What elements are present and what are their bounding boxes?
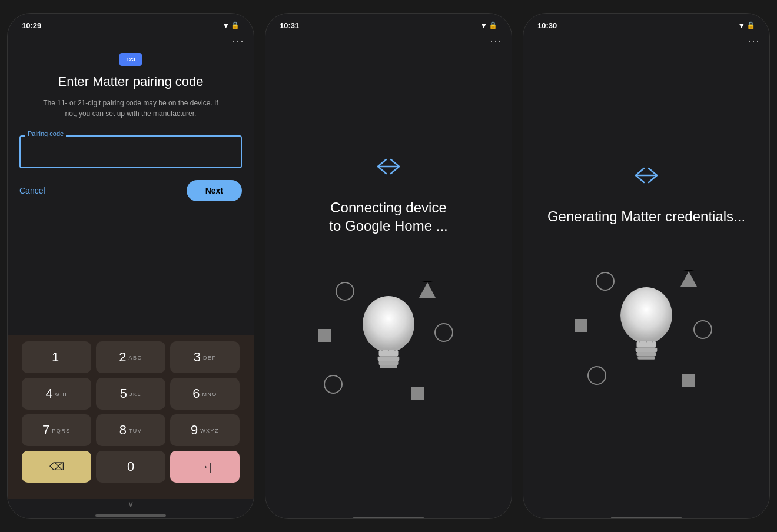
status-icons-1: ▾ 🔒 [224, 21, 240, 30]
status-time-2: 10:31 [280, 21, 299, 30]
key-9[interactable]: 9 WXYZ [170, 414, 240, 446]
shape-square-b [411, 387, 424, 400]
shape-square-b-3 [682, 374, 695, 387]
delete-icon: ⌫ [49, 460, 64, 473]
svg-rect-12 [637, 356, 655, 360]
key-4[interactable]: 4 GHI [22, 378, 91, 410]
status-bar-1: 10:29 ▾ 🔒 [8, 14, 254, 32]
svg-point-8 [620, 287, 672, 343]
key-3[interactable]: 3 DEF [170, 341, 240, 373]
numpad: 1 2 ABC 3 DEF 4 GHI 5 J [8, 335, 254, 499]
wifi-icon-1: ▾ [224, 21, 228, 30]
phone-2-center: Connecting device to Google Home ... [265, 47, 512, 513]
shape-circle-tl [336, 282, 354, 301]
phone-1: 10:29 ▾ 🔒 ⋮ 123 Enter Matter pairing cod… [7, 13, 254, 519]
numpad-row-2: 4 GHI 5 JKL 6 MNO [14, 378, 248, 410]
bulb-scene-2 [312, 264, 465, 405]
svg-rect-11 [637, 352, 656, 356]
phone-3-content: Generating Matter credentials... [523, 47, 769, 519]
status-time-3: 10:30 [537, 21, 557, 30]
wifi-icon-3: ▾ [739, 21, 743, 30]
enter-icon: →| [198, 461, 212, 473]
three-dots-icon-2[interactable]: ⋮ [489, 35, 501, 47]
status-time-1: 10:29 [22, 21, 41, 30]
chevron-down-icon: ∨ [8, 499, 254, 511]
phone-2-content: Connecting device to Google Home ... [265, 47, 512, 519]
bulb-scene-3 [570, 255, 723, 397]
three-dots-icon-3[interactable]: ⋮ [747, 35, 759, 47]
shape-square-l [318, 329, 331, 342]
menu-dots-3[interactable]: ⋮ [523, 32, 769, 47]
home-indicator-3 [611, 517, 682, 519]
status-bar-2: 10:31 ▾ 🔒 [265, 14, 512, 32]
phone-2: 10:31 ▾ 🔒 ⋮ Connecting device to Google … [265, 13, 512, 519]
svg-rect-2 [378, 357, 400, 361]
battery-icon-2: 🔒 [489, 21, 497, 29]
pairing-field-wrap: Pairing code [19, 135, 242, 168]
wifi-icon-2: ▾ [482, 21, 486, 30]
menu-dots-1[interactable]: ⋮ [8, 32, 254, 47]
shape-triangle-3 [680, 270, 697, 287]
connect-arrows-icon-3 [632, 164, 660, 189]
svg-rect-4 [380, 365, 397, 369]
shape-circle-tl-3 [596, 272, 615, 291]
cancel-button[interactable]: Cancel [19, 186, 45, 195]
status-bar-3: 10:30 ▾ 🔒 [523, 14, 769, 32]
home-indicator-1 [95, 514, 166, 517]
key-8[interactable]: 8 TUV [96, 414, 165, 446]
generating-title: Generating Matter credentials... [547, 207, 745, 225]
numpad-row-4: ⌫ 0 →| [14, 451, 248, 483]
shape-square-l-3 [575, 319, 587, 332]
three-dots-icon-1[interactable]: ⋮ [231, 35, 243, 47]
status-icons-2: ▾ 🔒 [482, 21, 497, 30]
key-2[interactable]: 2 ABC [96, 341, 165, 373]
shape-circle-bl [324, 375, 343, 394]
svg-rect-3 [379, 361, 399, 365]
shape-circle-bl-3 [587, 366, 606, 385]
lightbulb-svg-3 [614, 277, 679, 374]
key-7[interactable]: 7 PQRS [22, 414, 91, 446]
enter-desc: The 11- or 21-digit pairing code may be … [19, 98, 242, 119]
battery-icon-1: 🔒 [231, 21, 240, 29]
battery-icon-3: 🔒 [746, 21, 755, 29]
key-enter[interactable]: →| [170, 451, 240, 483]
svg-rect-10 [636, 347, 658, 351]
home-indicator-2 [353, 517, 424, 519]
connect-arrows-icon [374, 155, 403, 181]
shape-triangle [419, 281, 436, 298]
phone-3-center: Generating Matter credentials... [523, 47, 769, 513]
pairing-input[interactable] [19, 135, 242, 168]
lightbulb-svg-2 [356, 287, 421, 384]
shape-circle-r [434, 323, 453, 342]
menu-dots-2[interactable]: ⋮ [265, 32, 512, 47]
svg-point-0 [363, 296, 414, 352]
status-icons-3: ▾ 🔒 [739, 21, 755, 30]
connect-title: Connecting device to Google Home ... [329, 198, 447, 235]
next-button[interactable]: Next [187, 180, 242, 201]
key-5[interactable]: 5 JKL [96, 378, 165, 410]
key-6[interactable]: 6 MNO [170, 378, 240, 410]
action-row: Cancel Next [8, 168, 254, 210]
pairing-label: Pairing code [25, 130, 66, 137]
matter-badge: 123 [119, 53, 142, 66]
enter-title: Enter Matter pairing code [46, 74, 215, 89]
key-delete[interactable]: ⌫ [22, 451, 91, 483]
key-0[interactable]: 0 [96, 451, 165, 483]
numpad-row-3: 7 PQRS 8 TUV 9 WXYZ [14, 414, 248, 446]
phone-3: 10:30 ▾ 🔒 ⋮ Generating Matter credential… [523, 13, 770, 519]
key-1[interactable]: 1 [22, 341, 91, 373]
phone-1-content: 123 Enter Matter pairing code The 11- or… [8, 47, 254, 517]
shape-circle-r-3 [693, 320, 712, 339]
numpad-row-1: 1 2 ABC 3 DEF [14, 341, 248, 373]
